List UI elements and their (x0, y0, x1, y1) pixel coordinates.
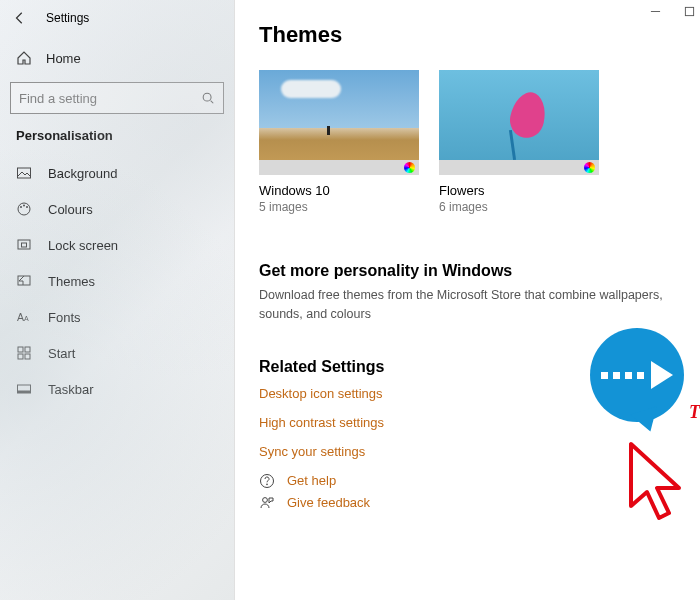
svg-point-19 (266, 483, 268, 485)
minimize-button[interactable] (648, 4, 662, 18)
back-button[interactable] (12, 10, 28, 26)
svg-rect-16 (18, 391, 31, 394)
svg-rect-6 (18, 240, 30, 249)
svg-rect-1 (18, 168, 31, 178)
link-high-contrast-settings[interactable]: High contrast settings (259, 415, 676, 430)
picture-icon (16, 165, 32, 181)
svg-rect-12 (25, 347, 30, 352)
annotation-watermark: TheTechMentor.com (689, 402, 700, 423)
more-heading: Get more personality in Windows (259, 262, 676, 280)
sidebar-item-themes[interactable]: Themes (0, 263, 234, 299)
link-give-feedback[interactable]: Give feedback (287, 495, 370, 510)
sidebar-item-colours[interactable]: Colours (0, 191, 234, 227)
sidebar-item-label: Start (48, 346, 75, 361)
theme-thumbnail (259, 70, 419, 175)
link-sync-your-settings[interactable]: Sync your settings (259, 444, 676, 459)
theme-subtitle: 6 images (439, 200, 599, 214)
svg-text:A: A (24, 315, 29, 322)
theme-card[interactable]: Flowers 6 images (439, 70, 599, 214)
theme-name: Flowers (439, 183, 599, 198)
search-input[interactable] (19, 91, 201, 106)
theme-thumbnail (439, 70, 599, 175)
page-title: Themes (259, 22, 676, 48)
svg-rect-11 (18, 347, 23, 352)
link-get-help[interactable]: Get help (287, 473, 336, 488)
window-title: Settings (46, 11, 89, 25)
svg-text:A: A (17, 311, 24, 323)
maximize-button[interactable] (682, 4, 696, 18)
sidebar-home[interactable]: Home (0, 42, 234, 74)
sidebar-item-fonts[interactable]: AA Fonts (0, 299, 234, 335)
sidebar-category: Personalisation (0, 128, 234, 147)
feedback-icon (259, 495, 275, 511)
svg-point-3 (20, 206, 22, 208)
sidebar-item-label: Background (48, 166, 117, 181)
arrow-right-icon (601, 361, 673, 389)
svg-rect-14 (25, 354, 30, 359)
color-wheel-icon (584, 162, 595, 173)
svg-rect-7 (22, 243, 27, 247)
sidebar-item-taskbar[interactable]: Taskbar (0, 371, 234, 407)
search-icon (201, 91, 215, 105)
svg-point-5 (26, 206, 28, 208)
svg-rect-13 (18, 354, 23, 359)
start-icon (16, 345, 32, 361)
theme-subtitle: 5 images (259, 200, 419, 214)
sidebar-item-start[interactable]: Start (0, 335, 234, 371)
palette-icon (16, 201, 32, 217)
search-box[interactable] (10, 82, 224, 114)
theme-name: Windows 10 (259, 183, 419, 198)
fonts-icon: AA (16, 309, 32, 325)
sidebar-item-label: Lock screen (48, 238, 118, 253)
sidebar-home-label: Home (46, 51, 81, 66)
svg-point-0 (203, 93, 211, 101)
home-icon (16, 50, 32, 66)
color-wheel-icon (404, 162, 415, 173)
sidebar-item-label: Themes (48, 274, 95, 289)
annotation-bubble (590, 328, 684, 422)
lock-screen-icon (16, 237, 32, 253)
sidebar-item-label: Colours (48, 202, 93, 217)
sidebar-item-lock-screen[interactable]: Lock screen (0, 227, 234, 263)
themes-icon (16, 273, 32, 289)
theme-card[interactable]: Windows 10 5 images (259, 70, 419, 214)
svg-point-4 (23, 205, 25, 207)
sidebar-item-background[interactable]: Background (0, 155, 234, 191)
taskbar-icon (16, 381, 32, 397)
sidebar-item-label: Taskbar (48, 382, 94, 397)
sidebar-item-label: Fonts (48, 310, 81, 325)
svg-rect-17 (685, 7, 693, 15)
help-icon (259, 473, 275, 489)
arrow-left-icon (13, 11, 27, 25)
more-text: Download free themes from the Microsoft … (259, 286, 676, 324)
svg-point-20 (263, 497, 268, 502)
